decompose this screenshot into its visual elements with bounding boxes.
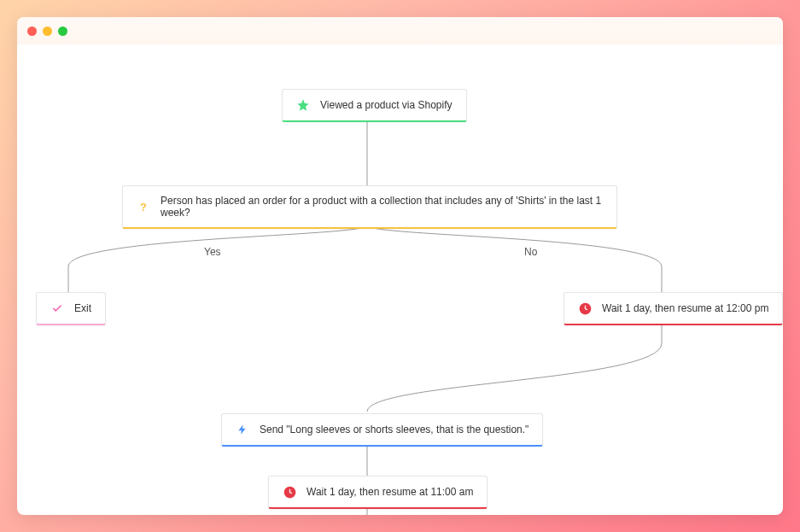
star-icon xyxy=(296,98,310,112)
minimize-icon[interactable] xyxy=(43,26,52,36)
trigger-node[interactable]: Viewed a product via Shopify xyxy=(282,89,467,122)
condition-node[interactable]: ? Person has placed an order for a produ… xyxy=(122,185,617,229)
workflow-canvas: Viewed a product via Shopify ? Person ha… xyxy=(17,44,783,515)
wait-node-2[interactable]: Wait 1 day, then resume at 11:00 am xyxy=(268,476,488,509)
send-label: Send "Long sleeves or shorts sleeves, th… xyxy=(260,424,528,436)
clock-icon xyxy=(283,485,296,499)
send-email-node[interactable]: Send "Long sleeves or shorts sleeves, th… xyxy=(221,413,543,447)
condition-label: Person has placed an order for a product… xyxy=(161,195,603,219)
wait-label: Wait 1 day, then resume at 12:00 pm xyxy=(602,302,768,314)
clock-icon xyxy=(578,301,592,315)
trigger-label: Viewed a product via Shopify xyxy=(320,99,453,111)
app-window: Viewed a product via Shopify ? Person ha… xyxy=(17,17,783,515)
bolt-icon xyxy=(236,423,249,436)
exit-node[interactable]: Exit xyxy=(36,292,106,325)
branch-yes-label: Yes xyxy=(204,246,221,258)
maximize-icon[interactable] xyxy=(58,26,67,36)
wait-node-1[interactable]: Wait 1 day, then resume at 12:00 pm xyxy=(564,292,783,325)
titlebar xyxy=(17,17,783,44)
question-icon: ? xyxy=(137,200,150,213)
check-icon xyxy=(50,301,64,315)
svg-text:?: ? xyxy=(140,201,147,213)
wait-label: Wait 1 day, then resume at 11:00 am xyxy=(307,486,473,498)
branch-no-label: No xyxy=(524,246,537,258)
exit-label: Exit xyxy=(74,302,91,314)
close-icon[interactable] xyxy=(27,26,37,36)
